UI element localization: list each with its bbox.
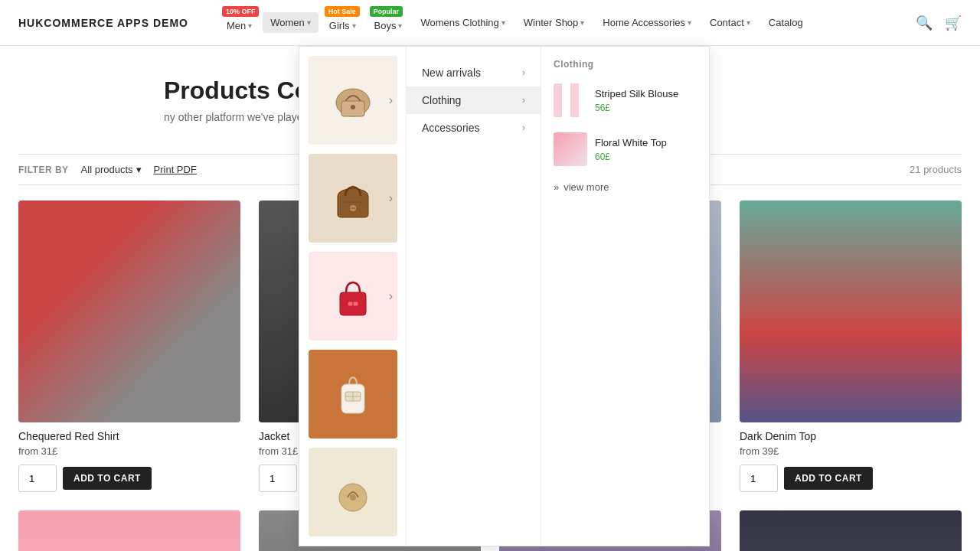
menu-item-clothing-label: Clothing [422, 94, 461, 106]
double-chevron-icon: » [554, 181, 559, 193]
product-name-1: Chequered Red Shirt [18, 430, 240, 442]
submenu-product-floral-img [554, 132, 587, 166]
menu-column: New arrivals › Clothing › Accessories › [407, 47, 541, 546]
submenu-floral-name: Floral White Top [595, 137, 667, 148]
nav-item-winter-shop[interactable]: Winter Shop ▾ [516, 12, 593, 33]
submenu-blouse-price: 56£ [595, 103, 678, 113]
bag-arrow-2: › [389, 191, 393, 205]
svg-point-4 [351, 207, 355, 210]
product-name-4: Dark Denim Top [740, 430, 962, 442]
bag-item-3[interactable]: › [309, 252, 397, 341]
nav-item-contact[interactable]: Contact ▾ [702, 12, 758, 33]
nav-home-accessories-label: Home Accessories [603, 17, 685, 28]
search-icon[interactable]: 🔍 [916, 15, 933, 31]
filter-value-text: All products [81, 164, 133, 175]
men-chevron-icon: ▾ [248, 21, 252, 30]
product-add-row-4: ADD TO CART [740, 465, 962, 492]
submenu-blouse-name: Striped Silk Blouse [595, 88, 678, 99]
product-image-8 [740, 510, 962, 551]
bag-item-4[interactable]: › [309, 350, 397, 439]
qty-input-2[interactable] [259, 465, 297, 492]
nav-womens-clothing-label: Womens Clothing [420, 17, 498, 28]
logo: HUKCOMMERCE APPS DEMO [18, 17, 188, 29]
winter-shop-chevron-icon: ▾ [580, 18, 584, 27]
men-badge: 10% OFF [222, 6, 260, 17]
boys-chevron-icon: ▾ [398, 21, 402, 30]
clothing-arrow-icon: › [522, 95, 525, 106]
cart-icon[interactable]: 🛒 [945, 15, 962, 31]
submenu-product-floral[interactable]: Floral White Top 60£ [541, 125, 709, 174]
home-accessories-chevron-icon: ▾ [688, 18, 691, 27]
qty-input-1[interactable] [18, 465, 57, 492]
nav-item-womens-clothing[interactable]: Womens Clothing ▾ [413, 12, 512, 33]
boys-badge: Popular [370, 6, 403, 17]
submenu-column: Clothing Striped Silk Blouse 56£ Floral … [541, 47, 709, 546]
svg-point-13 [350, 494, 356, 500]
submenu-product-floral-info: Floral White Top 60£ [595, 137, 667, 162]
nav-women-label: Women [270, 17, 305, 28]
submenu-product-blouse-info: Striped Silk Blouse 56£ [595, 88, 678, 113]
bag-arrow-1: › [389, 93, 393, 107]
product-price-4: from 39£ [740, 445, 962, 457]
product-image-1 [18, 201, 240, 422]
submenu-floral-price: 60£ [595, 152, 667, 162]
add-to-cart-btn-4[interactable]: ADD TO CART [784, 467, 873, 490]
bag-item-5[interactable] [309, 448, 397, 536]
nav-item-boys[interactable]: Popular Boys ▾ [367, 9, 410, 36]
nav-item-home-accessories[interactable]: Home Accessories ▾ [595, 12, 699, 33]
nav-men-label: Men [227, 20, 246, 31]
nav-item-catalog[interactable]: Catalog [761, 12, 811, 33]
product-card-4: Dark Denim Top from 39£ ADD TO CART [740, 201, 962, 492]
bag-arrow-4: › [389, 387, 393, 401]
product-card-1: Chequered Red Shirt from 31£ ADD TO CART [18, 201, 240, 492]
menu-item-accessories[interactable]: Accessories › [407, 114, 541, 142]
view-more-label: view more [564, 181, 609, 193]
product-card-5: Floral White Top ADD TO CART [18, 510, 240, 551]
nav-item-women[interactable]: Women ▾ [263, 12, 318, 33]
submenu-title: Clothing [541, 53, 709, 76]
qty-input-4[interactable] [740, 465, 778, 492]
menu-item-new-arrivals-label: New arrivals [422, 67, 481, 79]
bag-item-1[interactable]: › [309, 56, 397, 145]
header-icons: 🔍 🛒 [916, 15, 962, 31]
bag-arrow-3: › [389, 289, 393, 303]
nav-item-girls[interactable]: Hot Sale Girls ▾ [322, 9, 364, 36]
girls-chevron-icon: ▾ [352, 21, 356, 30]
product-image-5 [18, 510, 240, 551]
submenu-product-blouse[interactable]: Striped Silk Blouse 56£ [541, 76, 709, 125]
bag-item-2[interactable]: › [309, 154, 397, 243]
accessories-arrow-icon: › [522, 122, 525, 133]
menu-item-new-arrivals[interactable]: New arrivals › [407, 59, 541, 86]
new-arrivals-arrow-icon: › [522, 67, 525, 78]
nav-winter-shop-label: Winter Shop [524, 17, 579, 28]
product-card-8: Navy Sports Jacket ADD TO CART [740, 510, 962, 551]
menu-item-clothing[interactable]: Clothing › [407, 86, 541, 114]
submenu-product-blouse-img [554, 83, 587, 117]
header: HUKCOMMERCE APPS DEMO 10% OFF Men ▾ Wome… [0, 0, 980, 46]
product-price-1: from 31£ [18, 445, 240, 457]
submenu-view-more[interactable]: » view more [541, 174, 709, 201]
nav-catalog-label: Catalog [769, 17, 803, 28]
main-nav: 10% OFF Men ▾ Women ▾ Hot Sale Girls ▾ P… [219, 9, 916, 36]
product-add-row-1: ADD TO CART [18, 465, 240, 492]
womens-clothing-chevron-icon: ▾ [501, 18, 505, 27]
svg-point-2 [351, 105, 355, 109]
product-count: 21 products [910, 164, 962, 175]
filter-left: FILTER BY All products ▾ Print PDF [18, 164, 197, 175]
nav-boys-label: Boys [374, 20, 397, 31]
menu-item-accessories-label: Accessories [422, 122, 479, 134]
filter-value-dropdown[interactable]: All products ▾ [81, 164, 142, 175]
nav-girls-label: Girls [329, 20, 350, 31]
print-pdf-link[interactable]: Print PDF [154, 164, 197, 175]
women-chevron-icon: ▾ [307, 18, 311, 27]
contact-chevron-icon: ▾ [746, 18, 750, 27]
girls-badge: Hot Sale [325, 6, 360, 17]
women-dropdown: › › › [299, 46, 710, 546]
nav-contact-label: Contact [710, 17, 744, 28]
bags-column: › › › [299, 47, 407, 546]
add-to-cart-btn-1[interactable]: ADD TO CART [63, 467, 152, 490]
product-image-4 [740, 201, 962, 422]
filter-label: FILTER BY [18, 165, 69, 175]
nav-item-men[interactable]: 10% OFF Men ▾ [219, 9, 260, 36]
filter-chevron-icon: ▾ [136, 164, 142, 175]
